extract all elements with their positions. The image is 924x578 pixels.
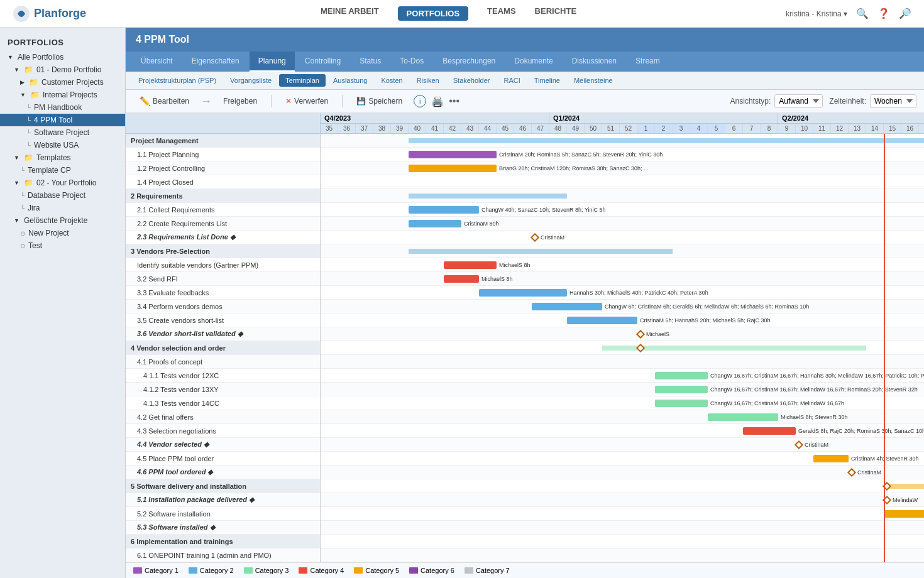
more-options-button[interactable]: ••• xyxy=(449,95,459,107)
sidebar-item-jira[interactable]: └ Jira xyxy=(0,202,125,214)
subtab-timeline[interactable]: Timeline xyxy=(528,74,566,87)
tab-todos[interactable]: To-Dos xyxy=(391,52,432,72)
sidebar-item-website[interactable]: └ Website USA xyxy=(0,139,125,151)
week-cell: 46 xyxy=(514,124,532,133)
tab-ubersicht[interactable]: Übersicht xyxy=(132,52,182,72)
subtab-kosten[interactable]: Kosten xyxy=(375,74,409,87)
legend-cat2: Category 2 xyxy=(189,567,234,574)
info-button[interactable]: i xyxy=(414,95,426,107)
task-label-row: 4.1.1 Tests vendor 12XC xyxy=(126,369,320,383)
subtab-vorgangsliste[interactable]: Vorgangsliste xyxy=(224,74,278,87)
sidebar-item-customer[interactable]: ▶ 📁 Customer Projects xyxy=(0,76,125,89)
tab-planung[interactable]: Planung xyxy=(250,52,295,72)
user-menu[interactable]: kristina - Kristina ▾ xyxy=(786,9,847,18)
task-label-row: Project Management xyxy=(126,134,320,148)
tab-diskussionen[interactable]: Diskussionen xyxy=(563,52,625,72)
item-icon: └ xyxy=(26,129,31,136)
gantt-bar-row xyxy=(321,244,924,258)
legend-color-cat5 xyxy=(354,567,363,574)
tab-dokumente[interactable]: Dokumente xyxy=(505,52,561,72)
expand-arrow: ▶ xyxy=(20,79,25,85)
sidebar-item-4ppm[interactable]: └ 4 PPM Tool xyxy=(0,114,125,126)
legend-color-cat4 xyxy=(299,567,307,574)
sidebar-item-software[interactable]: └ Software Project xyxy=(0,126,125,139)
sidebar-item-your-portfolio[interactable]: ▼ 📁 02 - Your Portfolio xyxy=(0,177,125,189)
bar-label: ChangW 16,67h; CristinaM 16,67h; Melinda… xyxy=(710,386,918,393)
gantt-bar-row: MichaelS 8h xyxy=(321,272,924,286)
week-cell: 50 xyxy=(585,124,602,133)
print-icon[interactable]: 🖨️ xyxy=(431,95,444,107)
week-cell: 45 xyxy=(497,124,514,133)
gantt-bar xyxy=(409,206,479,214)
task-label-row: 6.1 ONEPOINT training 1 (admin and PMO) xyxy=(126,548,320,562)
sidebar-item-templates[interactable]: ▼ 📁 Templates xyxy=(0,151,125,164)
verwerfen-button[interactable]: ✕ Verwerfen xyxy=(279,94,334,108)
gantt-bar xyxy=(708,413,778,421)
gantt-bar-row xyxy=(321,341,924,355)
task-label-row: 2 Requirements xyxy=(126,189,320,203)
tab-controlling[interactable]: Controlling xyxy=(296,52,349,72)
folder-icon: 📁 xyxy=(30,90,40,99)
ansicht-select[interactable]: Aufwand xyxy=(774,94,823,108)
bar-label: MichaelS 8h xyxy=(481,276,513,282)
item-icon: └ xyxy=(26,117,31,124)
page-header: 4 PPM Tool xyxy=(126,28,924,52)
sidebar-item-alle[interactable]: ▼ Alle Portfolios xyxy=(0,51,125,63)
section-bar xyxy=(409,249,673,254)
gantt-bar-row: ChangW 16,67h; CristinaM 16,67h; Melinda… xyxy=(321,383,924,396)
sidebar-item-label: Software Project xyxy=(34,128,89,137)
settings-icon[interactable]: 🔎 xyxy=(899,8,911,19)
help-icon[interactable]: ❓ xyxy=(877,8,890,19)
divider xyxy=(342,95,343,107)
week-cell: 17 xyxy=(919,124,924,133)
search-icon[interactable]: 🔍 xyxy=(856,8,869,19)
gantt-scroll[interactable]: Q4/2023 Q1/2024 Q2/2024 Q3/202... 353637… xyxy=(126,113,924,562)
week-cell: 39 xyxy=(391,124,409,133)
item-icon: ⊙ xyxy=(20,243,25,249)
tab-stream[interactable]: Stream xyxy=(627,52,669,72)
expand-arrow: ▼ xyxy=(14,217,19,224)
sidebar-item-database[interactable]: └ Database Project xyxy=(0,189,125,202)
sidebar-item-geloschte[interactable]: ▼ Gelöschte Projekte xyxy=(0,214,125,227)
nav-meine-arbeit[interactable]: MEINE ARBEIT xyxy=(321,6,379,21)
subtab-meilensteine[interactable]: Meilensteine xyxy=(568,74,619,87)
nav-portfolios[interactable]: PORTFOLIOS xyxy=(398,6,469,21)
subtab-raci[interactable]: RACI xyxy=(497,74,526,87)
subtab-stakeholder[interactable]: Stakeholder xyxy=(447,74,497,87)
subtab-psp[interactable]: Projektstrukturplan (PSP) xyxy=(132,74,223,87)
bearbeiten-button[interactable]: ✏️ Bearbeiten xyxy=(133,94,195,109)
week-cell: 44 xyxy=(479,124,497,133)
week-cell: 41 xyxy=(426,124,444,133)
bar-label: BrianG 20h; CristinaM 120h; RominaS 30h;… xyxy=(499,165,649,172)
milestone-label: CristinaM xyxy=(805,442,828,448)
main-content: 4 PPM Tool Übersicht Eigenschaften Planu… xyxy=(126,28,924,578)
milestone-diamond xyxy=(636,330,645,339)
sidebar-item-pm-handbook[interactable]: └ PM Handbook xyxy=(0,101,125,114)
nav-berichte[interactable]: BERICHTE xyxy=(535,6,576,21)
subtab-terminplan[interactable]: Terminplan xyxy=(279,74,326,87)
sidebar-item-new-project[interactable]: ⊙ New Project xyxy=(0,227,125,239)
bar-label: ChangW 6h; CristinaM 6h; GeraldS 6h; Mel… xyxy=(605,303,809,310)
week-cell: 15 xyxy=(884,124,901,133)
speichern-button[interactable]: 💾 Speichern xyxy=(350,94,409,108)
week-cell: 51 xyxy=(602,124,620,133)
task-label-row: 3.3 Evaluate feedbacks xyxy=(126,286,320,300)
subtab-auslastung[interactable]: Auslastung xyxy=(327,74,373,87)
freigeben-button[interactable]: Freigeben xyxy=(217,94,263,108)
week-row: 3536373839404142434445464748495051521234… xyxy=(321,124,924,133)
zeit-select[interactable]: Wochen xyxy=(870,94,916,108)
tab-eigenschaften[interactable]: Eigenschaften xyxy=(183,52,248,72)
sidebar-item-demo[interactable]: ▼ 📁 01 - Demo Portfolio xyxy=(0,63,125,76)
sidebar-item-internal[interactable]: ▼ 📁 Internal Projects xyxy=(0,89,125,101)
tab-status[interactable]: Status xyxy=(351,52,390,72)
expand-arrow: ▼ xyxy=(8,54,13,60)
week-cell: 48 xyxy=(549,124,567,133)
gantt-bar-row: ChangW 16,67h; CristinaM 16,67h; Melinda… xyxy=(321,396,924,410)
gantt-bar-row: ChangW 16,67h; CristinaM 16,67h; HannahS… xyxy=(321,369,924,383)
subtab-risiken[interactable]: Risiken xyxy=(410,74,446,87)
tab-besprechungen[interactable]: Besprechungen xyxy=(434,52,504,72)
sidebar-item-test[interactable]: ⊙ Test xyxy=(0,239,125,252)
milestone-label: CristinaM xyxy=(541,234,564,241)
sidebar-item-template-cp[interactable]: └ Template CP xyxy=(0,164,125,177)
nav-teams[interactable]: TEAMS xyxy=(487,6,516,21)
